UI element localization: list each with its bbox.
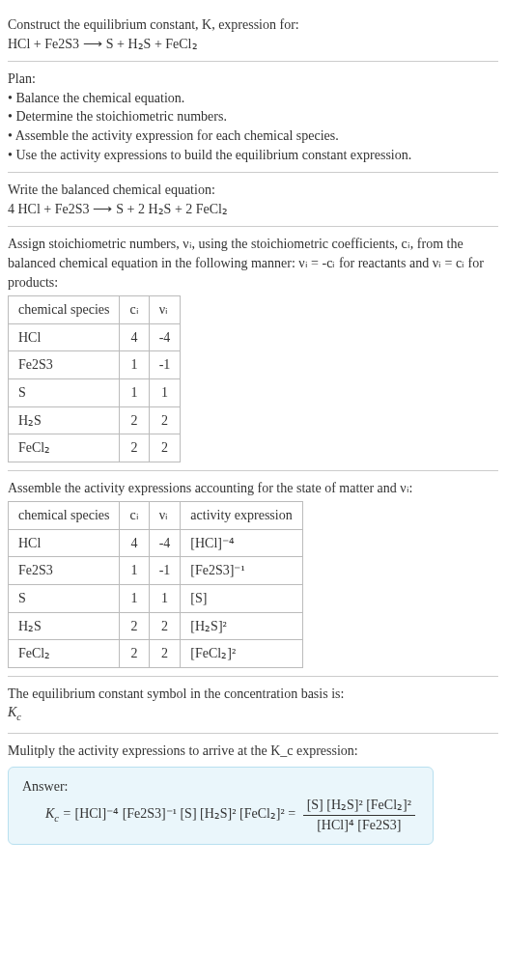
table-row: FeCl₂22[FeCl₂]² bbox=[9, 640, 303, 668]
cell-species: Fe2S3 bbox=[9, 557, 120, 585]
cell-species: S bbox=[9, 378, 120, 406]
col-vi: νᵢ bbox=[149, 296, 181, 324]
intro-section: Construct the equilibrium constant, K, e… bbox=[8, 8, 498, 62]
cell-v: -1 bbox=[149, 351, 181, 379]
cell-c: 1 bbox=[120, 557, 149, 585]
plan-item-text: Balance the chemical equation. bbox=[15, 91, 184, 105]
product-terms: [HCl]⁻⁴ [Fe2S3]⁻¹ [S] [H₂S]² [FeCl₂]² = bbox=[74, 806, 298, 821]
cell-v: -4 bbox=[149, 323, 181, 351]
intro-text: Construct the equilibrium constant, K, e… bbox=[8, 17, 299, 32]
cell-c: 4 bbox=[120, 529, 149, 557]
cell-c: 2 bbox=[120, 434, 149, 462]
arrow-icon: ⟶ bbox=[79, 36, 106, 51]
cell-species: FeCl₂ bbox=[9, 640, 120, 668]
col-species: chemical species bbox=[9, 296, 120, 324]
cell-c: 1 bbox=[120, 351, 149, 379]
cell-expr: [S] bbox=[181, 585, 302, 613]
answer-box: Answer: Kc = [HCl]⁻⁴ [Fe2S3]⁻¹ [S] [H₂S]… bbox=[8, 767, 434, 846]
plan-item: • Use the activity expressions to build … bbox=[8, 146, 498, 165]
table-row: HCl4-4 bbox=[9, 323, 181, 351]
final-section: Mulitply the activity expressions to arr… bbox=[8, 734, 498, 853]
kc-symbol-text: The equilibrium constant symbol in the c… bbox=[8, 685, 498, 704]
cell-expr: [H₂S]² bbox=[181, 612, 302, 640]
cell-expr: [FeCl₂]² bbox=[181, 640, 302, 668]
cell-c: 2 bbox=[120, 640, 149, 668]
plan-item-text: Assemble the activity expression for eac… bbox=[15, 128, 339, 143]
plan-item: • Assemble the activity expression for e… bbox=[8, 126, 498, 146]
activity-section: Assemble the activity expressions accoun… bbox=[8, 471, 498, 677]
cell-species: H₂S bbox=[9, 612, 120, 640]
cell-species: H₂S bbox=[9, 406, 120, 434]
cell-v: 1 bbox=[149, 585, 181, 613]
cell-species: Fe2S3 bbox=[9, 351, 120, 379]
balanced-section: Write the balanced chemical equation: 4 … bbox=[8, 173, 498, 227]
unbalanced-equation: HCl + Fe2S3 ⟶ S + H₂S + FeCl₂ bbox=[8, 35, 498, 54]
kc-eq: Kc = bbox=[45, 806, 74, 821]
table-row: Fe2S31-1 bbox=[9, 351, 181, 379]
col-expr: activity expression bbox=[181, 502, 302, 530]
cell-c: 4 bbox=[120, 323, 149, 351]
cell-species: HCl bbox=[9, 529, 120, 557]
table-row: FeCl₂22 bbox=[9, 434, 181, 462]
plan-item: • Balance the chemical equation. bbox=[8, 89, 498, 108]
cell-c: 2 bbox=[120, 406, 149, 434]
cell-v: 1 bbox=[149, 378, 181, 406]
cell-v: 2 bbox=[149, 434, 181, 462]
cell-v: -4 bbox=[149, 529, 181, 557]
table-row: Fe2S31-1[Fe2S3]⁻¹ bbox=[9, 557, 303, 585]
table-header-row: chemical species cᵢ νᵢ activity expressi… bbox=[9, 502, 303, 530]
balanced-equation: 4 HCl + Fe2S3 ⟶ S + 2 H₂S + 2 FeCl₂ bbox=[8, 200, 498, 219]
eq-lhs: HCl + Fe2S3 bbox=[8, 37, 79, 51]
cell-v: 2 bbox=[149, 406, 181, 434]
col-ci: cᵢ bbox=[120, 502, 149, 530]
table-row: H₂S22 bbox=[9, 406, 181, 434]
col-ci: cᵢ bbox=[120, 296, 149, 324]
table-row: S11 bbox=[9, 378, 181, 406]
stoich-intro: Assign stoichiometric numbers, νᵢ, using… bbox=[8, 235, 498, 292]
fraction: [S] [H₂S]² [FeCl₂]² [HCl]⁴ [Fe2S3] bbox=[303, 796, 415, 834]
plan-section: Plan: • Balance the chemical equation. •… bbox=[8, 62, 498, 173]
cell-v: 2 bbox=[149, 612, 181, 640]
stoich-section: Assign stoichiometric numbers, νᵢ, using… bbox=[8, 227, 498, 470]
col-vi: νᵢ bbox=[149, 502, 181, 530]
fraction-denominator: [HCl]⁴ [Fe2S3] bbox=[303, 816, 415, 835]
table-row: HCl4-4[HCl]⁻⁴ bbox=[9, 529, 303, 557]
arrow-icon: ⟶ bbox=[90, 201, 117, 216]
balanced-heading: Write the balanced chemical equation: bbox=[8, 181, 498, 200]
answer-label: Answer: bbox=[22, 777, 419, 797]
cell-v: 2 bbox=[149, 640, 181, 668]
fraction-numerator: [S] [H₂S]² [FeCl₂]² bbox=[303, 796, 415, 816]
plan-heading: Plan: bbox=[8, 70, 498, 89]
answer-expression: Kc = [HCl]⁻⁴ [Fe2S3]⁻¹ [S] [H₂S]² [FeCl₂… bbox=[22, 796, 419, 834]
col-species: chemical species bbox=[9, 502, 120, 530]
stoich-table: chemical species cᵢ νᵢ HCl4-4 Fe2S31-1 S… bbox=[8, 295, 181, 462]
intro-line: Construct the equilibrium constant, K, e… bbox=[8, 15, 498, 35]
plan-item: • Determine the stoichiometric numbers. bbox=[8, 107, 498, 126]
cell-v: -1 bbox=[149, 557, 181, 585]
cell-c: 2 bbox=[120, 612, 149, 640]
activity-intro: Assemble the activity expressions accoun… bbox=[8, 479, 498, 498]
kc-symbol: Kc bbox=[8, 703, 498, 724]
plan-item-text: Use the activity expressions to build th… bbox=[15, 148, 411, 162]
cell-expr: [Fe2S3]⁻¹ bbox=[181, 557, 302, 585]
cell-species: HCl bbox=[9, 323, 120, 351]
cell-c: 1 bbox=[120, 585, 149, 613]
final-intro: Mulitply the activity expressions to arr… bbox=[8, 742, 498, 761]
plan-item-text: Determine the stoichiometric numbers. bbox=[15, 109, 227, 124]
eq-rhs: S + H₂S + FeCl₂ bbox=[106, 37, 198, 51]
cell-c: 1 bbox=[120, 378, 149, 406]
table-header-row: chemical species cᵢ νᵢ bbox=[9, 296, 181, 324]
table-row: H₂S22[H₂S]² bbox=[9, 612, 303, 640]
table-row: S11[S] bbox=[9, 585, 303, 613]
cell-species: S bbox=[9, 585, 120, 613]
cell-expr: [HCl]⁻⁴ bbox=[181, 529, 302, 557]
bal-lhs: 4 HCl + Fe2S3 bbox=[8, 202, 90, 216]
bal-rhs: S + 2 H₂S + 2 FeCl₂ bbox=[116, 202, 228, 216]
kc-symbol-section: The equilibrium constant symbol in the c… bbox=[8, 677, 498, 734]
activity-table: chemical species cᵢ νᵢ activity expressi… bbox=[8, 501, 303, 668]
cell-species: FeCl₂ bbox=[9, 434, 120, 462]
